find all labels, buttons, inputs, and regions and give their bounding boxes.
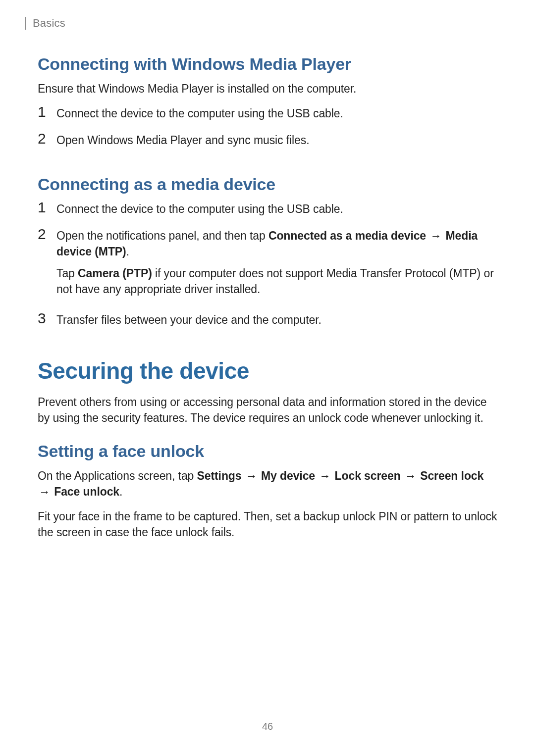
step-number: 2	[38, 227, 49, 242]
list-item: 2 Open Windows Media Player and sync mus…	[38, 132, 497, 148]
face-unlock-instructions: Fit your face in the frame to be capture…	[38, 508, 497, 540]
face-unlock-path: On the Applications screen, tap Settings…	[38, 468, 497, 500]
section-label: Basics	[33, 17, 65, 30]
step-body: Connect the device to the computer using…	[56, 105, 343, 121]
list-item: 3 Transfer files between your device and…	[38, 312, 497, 328]
text-run: .	[119, 485, 122, 498]
step-text: Tap Camera (PTP) if your computer does n…	[56, 265, 497, 297]
subheading-media-device: Connecting as a media device	[38, 175, 497, 194]
page-header: Basics	[38, 17, 497, 30]
step-text: Connect the device to the computer using…	[56, 201, 343, 217]
step-number: 2	[38, 131, 49, 146]
header-divider	[25, 17, 26, 30]
step-number: 1	[38, 200, 49, 215]
subheading-wmp: Connecting with Windows Media Player	[38, 54, 497, 74]
step-body: Connect the device to the computer using…	[56, 201, 343, 217]
text-run: .	[126, 245, 129, 258]
subheading-face-unlock: Setting a face unlock	[38, 442, 497, 461]
step-body: Open the notifications panel, and then t…	[56, 228, 497, 297]
arrow-icon: →	[429, 229, 442, 242]
arrow-icon: →	[404, 469, 417, 482]
step-text: Open the notifications panel, and then t…	[56, 228, 497, 259]
bold-text: Camera (PTP)	[78, 267, 152, 280]
media-steps: 1 Connect the device to the computer usi…	[38, 201, 497, 328]
step-body: Transfer files between your device and t…	[56, 312, 321, 328]
page-number: 46	[0, 721, 535, 732]
securing-intro: Prevent others from using or accessing p…	[38, 394, 497, 426]
step-text: Transfer files between your device and t…	[56, 312, 321, 328]
page-content: Basics Connecting with Windows Media Pla…	[0, 0, 535, 540]
bold-text: Settings	[197, 469, 242, 482]
step-text: Connect the device to the computer using…	[56, 105, 343, 121]
wmp-steps: 1 Connect the device to the computer usi…	[38, 105, 497, 148]
text-run: Tap	[56, 267, 78, 280]
bold-text: Face unlock	[54, 485, 119, 498]
bold-text: Lock screen	[335, 469, 401, 482]
bold-text: My device	[261, 469, 315, 482]
list-item: 2 Open the notifications panel, and then…	[38, 228, 497, 297]
step-number: 3	[38, 311, 49, 326]
arrow-icon: →	[38, 485, 51, 498]
list-item: 1 Connect the device to the computer usi…	[38, 105, 497, 121]
arrow-icon: →	[245, 469, 258, 482]
list-item: 1 Connect the device to the computer usi…	[38, 201, 497, 217]
wmp-intro: Ensure that Windows Media Player is inst…	[38, 81, 497, 97]
section-title-securing: Securing the device	[38, 357, 497, 384]
step-number: 1	[38, 104, 49, 119]
step-body: Open Windows Media Player and sync music…	[56, 132, 309, 148]
text-run: Open the notifications panel, and then t…	[56, 229, 268, 242]
step-text: Open Windows Media Player and sync music…	[56, 132, 309, 148]
bold-text: Screen lock	[420, 469, 483, 482]
text-run: On the Applications screen, tap	[38, 469, 197, 482]
arrow-icon: →	[318, 469, 331, 482]
bold-text: Connected as a media device	[268, 229, 426, 242]
